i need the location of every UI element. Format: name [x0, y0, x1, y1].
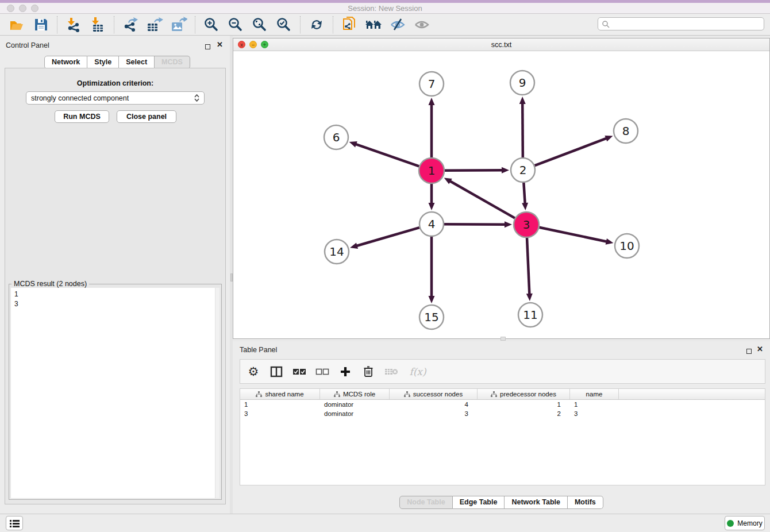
- table-panel-close-icon[interactable]: ✕: [757, 346, 763, 352]
- tab-network-table[interactable]: Network Table: [505, 496, 568, 509]
- cell-name: 1: [570, 401, 619, 408]
- table-panel: Table Panel ✕ ⚙ f(x) shared name: [233, 341, 770, 514]
- control-panel-float-icon[interactable]: [205, 41, 210, 52]
- tab-select[interactable]: Select: [119, 56, 155, 69]
- add-column-icon[interactable]: [338, 364, 353, 379]
- attribute-icon: [491, 391, 497, 397]
- cell-mcds-role: dominator: [320, 410, 390, 417]
- control-panel-close-icon[interactable]: ✕: [217, 42, 223, 47]
- cell-shared-name: 3: [240, 410, 320, 417]
- tab-mcds[interactable]: MCDS: [155, 56, 190, 69]
- tab-edge-table[interactable]: Edge Table: [453, 496, 505, 509]
- graph-edge[interactable]: [522, 103, 523, 157]
- import-network-icon[interactable]: [64, 16, 83, 34]
- tab-motifs[interactable]: Motifs: [568, 496, 603, 509]
- memory-label: Memory: [737, 519, 762, 527]
- mcds-result-value: 3: [14, 299, 220, 309]
- graph-edge[interactable]: [355, 144, 419, 167]
- cell-mcds-role: dominator: [320, 401, 390, 408]
- cell-name: 3: [570, 410, 619, 417]
- network-window-title: scc.txt: [233, 41, 769, 49]
- table-options-gear-icon[interactable]: ⚙: [246, 364, 261, 379]
- graph-node-label: 14: [329, 245, 344, 259]
- save-icon[interactable]: [31, 16, 51, 34]
- horizontal-splitter-grip[interactable]: [500, 337, 506, 341]
- refresh-layout-icon[interactable]: [307, 16, 326, 34]
- column-header-mcds-role[interactable]: MCDS role: [320, 389, 390, 399]
- network-view-window: x – + scc.txt 7968124314101511: [233, 38, 770, 339]
- network-window-titlebar: x – + scc.txt: [233, 38, 769, 51]
- graph-edge-arrowhead: [502, 167, 509, 174]
- mcds-result-list[interactable]: 1 3: [11, 288, 220, 498]
- table-panel-float-icon[interactable]: [746, 346, 752, 356]
- run-mcds-button[interactable]: Run MCDS: [55, 110, 109, 123]
- graph-edge[interactable]: [535, 138, 607, 165]
- import-table-icon[interactable]: [88, 16, 107, 34]
- attribute-icon: [404, 391, 410, 397]
- graph-edge[interactable]: [523, 183, 525, 204]
- graph-edge-arrowhead: [505, 221, 512, 228]
- close-panel-button[interactable]: Close panel: [117, 110, 176, 123]
- window-titlebar: Session: New Session: [0, 0, 770, 14]
- show-all-icon[interactable]: [412, 16, 432, 34]
- hide-selected-icon[interactable]: [388, 16, 407, 34]
- delete-columns-icon[interactable]: [361, 364, 376, 379]
- control-panel-title: Control Panel: [6, 41, 49, 49]
- graph-edge-arrowhead: [522, 203, 528, 210]
- table-toolbar: ⚙ f(x): [240, 359, 765, 384]
- zoom-in-icon[interactable]: [202, 16, 221, 34]
- graph-edge[interactable]: [356, 228, 419, 246]
- toolbar-separator: [333, 16, 333, 33]
- show-columns-icon[interactable]: [269, 364, 284, 379]
- graph-edge[interactable]: [527, 238, 529, 295]
- graph-edge-arrowhead: [605, 136, 613, 141]
- unselect-all-checkboxes-icon[interactable]: [315, 364, 330, 379]
- graph-node-label: 10: [619, 239, 634, 253]
- first-neighbors-icon[interactable]: [364, 16, 383, 34]
- cell-predecessor-nodes: 2: [478, 410, 570, 417]
- table-panel-title: Table Panel: [240, 346, 277, 354]
- control-panel: Control Panel ✕ Network Style Select MCD…: [0, 36, 230, 514]
- table-row[interactable]: 3 dominator 3 2 3: [240, 409, 765, 418]
- tab-node-table[interactable]: Node Table: [399, 496, 452, 509]
- graph-edge[interactable]: [445, 170, 503, 171]
- attribute-icon: [256, 391, 262, 397]
- graph-edge-arrowhead: [519, 97, 526, 104]
- clone-network-icon[interactable]: [340, 16, 359, 34]
- graph-edge-arrowhead: [429, 296, 435, 303]
- control-panel-tabbar: Network Style Select MCDS: [44, 56, 190, 69]
- export-table-icon[interactable]: [145, 16, 164, 34]
- graph-edge[interactable]: [449, 181, 515, 218]
- graph-edge[interactable]: [444, 224, 506, 225]
- tab-style[interactable]: Style: [87, 56, 119, 69]
- tab-network[interactable]: Network: [44, 56, 87, 69]
- graph-edge-arrowhead: [429, 203, 435, 210]
- zoom-fit-icon[interactable]: [250, 16, 270, 34]
- column-header-name[interactable]: name: [570, 389, 619, 399]
- select-all-checkboxes-icon[interactable]: [292, 364, 307, 379]
- search-field[interactable]: [598, 17, 764, 30]
- search-icon: [602, 20, 610, 28]
- export-network-icon[interactable]: [121, 16, 140, 34]
- search-input[interactable]: [610, 18, 764, 30]
- result-scrollbar[interactable]: [215, 288, 220, 498]
- export-image-icon[interactable]: [169, 16, 188, 34]
- graph-node-label: 3: [523, 218, 530, 232]
- zoom-out-icon[interactable]: [226, 16, 245, 34]
- zoom-selected-icon[interactable]: [274, 16, 294, 34]
- memory-status-dot: [727, 520, 734, 527]
- cell-successor-nodes: 3: [390, 410, 478, 417]
- column-header-successor-nodes[interactable]: successor nodes: [390, 389, 478, 399]
- task-history-button[interactable]: [6, 516, 23, 530]
- optimization-criterion-select[interactable]: strongly connected component: [26, 91, 205, 105]
- graph-edge[interactable]: [540, 228, 607, 242]
- open-folder-icon[interactable]: [7, 16, 26, 34]
- graph-node-label: 8: [622, 124, 630, 138]
- column-header-predecessor-nodes[interactable]: predecessor nodes: [478, 389, 570, 399]
- column-header-shared-name[interactable]: shared name: [240, 389, 320, 399]
- network-canvas-svg[interactable]: 7968124314101511: [233, 51, 769, 338]
- cell-shared-name: 1: [240, 401, 320, 408]
- memory-button[interactable]: Memory: [725, 516, 765, 530]
- table-row[interactable]: 1 dominator 4 1 1: [240, 400, 765, 409]
- cell-predecessor-nodes: 1: [478, 401, 570, 408]
